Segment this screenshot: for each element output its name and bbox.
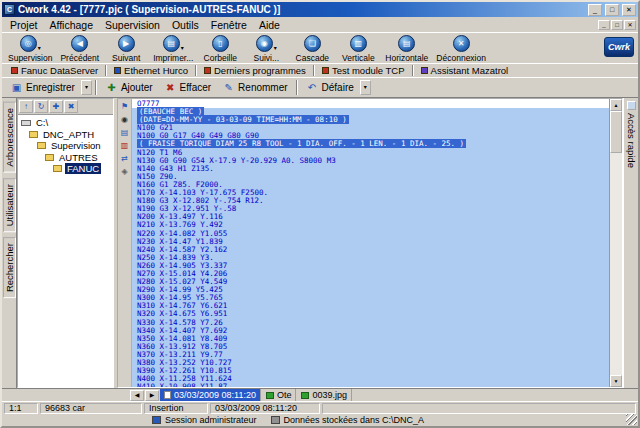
doc-tab-03-03-2009-08-11-20[interactable]: 03/03/2009 08:11:20 (160, 389, 261, 401)
menu-item-supervision[interactable]: Supervision (99, 18, 166, 32)
tab-scroll-left-button[interactable]: ◀ (130, 390, 144, 401)
new-folder-icon[interactable]: ✚ (49, 100, 63, 113)
find-icon[interactable]: ◉ (119, 114, 131, 125)
editor-vertical-scrollbar[interactable]: ▲ ▼ (609, 99, 622, 387)
edit-d-faire-button[interactable]: ↶Défaire (301, 79, 359, 96)
code-line: N140 G43 H1 Z135. (132, 165, 609, 173)
restore-button[interactable]: □ (605, 4, 619, 16)
folder-up-icon[interactable]: ↑ (19, 100, 33, 113)
tab-fanuc-dataserver[interactable]: Fanuc DataServer (6, 65, 103, 77)
tab-test-module-tcp[interactable]: Test module TCP (317, 65, 410, 77)
tab-ethernet-hurco[interactable]: Ethernet Hurco (109, 65, 193, 77)
dock-tab-strip: ArborescenceUtilisateurRechercher (2, 98, 17, 388)
edit-button-label: Ajouter (121, 82, 153, 93)
side-tab-utilisateur[interactable]: Utilisateur (3, 178, 16, 232)
footer-label: Session administrateur (165, 415, 257, 425)
side-tab-rechercher[interactable]: Rechercher (3, 237, 16, 298)
tab-derniers-programmes[interactable]: Derniers programmes (199, 65, 311, 77)
bookmark-icon[interactable]: ⚑ (119, 101, 131, 112)
app-icon: C (4, 4, 15, 15)
folder-icon (45, 154, 54, 161)
refresh-icon[interactable]: ↻ (34, 100, 48, 113)
delete-icon[interactable]: ✖ (64, 100, 78, 113)
print-icon[interactable]: ▤ (119, 127, 131, 138)
transfer-icon[interactable]: ⇄ (119, 153, 131, 164)
scrollbar-thumb[interactable] (610, 111, 622, 153)
dropdown-arrow-icon[interactable]: ▾ (181, 44, 184, 53)
tree-item-autres[interactable]: AUTRES (18, 152, 113, 164)
minimize-button[interactable]: _ (588, 4, 602, 16)
mdi-minimize-button[interactable]: _ (598, 20, 610, 30)
tab-scroll-right-button[interactable]: ▶ (145, 390, 159, 401)
mdi-restore-button[interactable]: □ (611, 20, 623, 30)
tab-assistant-mazatrol[interactable]: Assistant Mazatrol (416, 65, 514, 77)
separator (313, 65, 315, 76)
dropdown-arrow-icon[interactable]: ▾ (38, 44, 41, 53)
code-editor[interactable]: O7777(EBAUCHE BEC )(DATE=DD-MM-YY - 03-0… (132, 99, 609, 387)
toolbar-button-label: Précédent (60, 53, 99, 63)
ethernet-hurco-icon (114, 67, 121, 74)
menu-item-fen-tre[interactable]: Fenêtre (205, 18, 253, 32)
derniers-programmes-icon (204, 67, 211, 74)
erase-icon: ✖ (164, 82, 177, 93)
info-icon[interactable]: ◈ (119, 166, 131, 177)
folder-tree[interactable]: C:\DNC_APTHSupervisionAUTRESFANUC (18, 115, 113, 387)
edit-button-label: Défaire (322, 82, 354, 93)
toolbar-imprimer-button[interactable]: ▤▾Imprimer... (149, 34, 197, 63)
dropdown-arrow-icon[interactable]: ▾ (360, 80, 371, 95)
toolbar-supervision-button[interactable]: ◎▾Supervision (4, 34, 56, 63)
dropdown-arrow-icon[interactable]: ▾ (81, 80, 92, 95)
tree-item-fanuc[interactable]: FANUC (18, 163, 113, 175)
quick-access-tab[interactable]: Accès rapide (626, 113, 637, 168)
rename-icon: ✎ (222, 82, 235, 93)
tree-item-supervision[interactable]: Supervision (18, 140, 113, 152)
toolbar-d-connexion-button[interactable]: ✕Déconnexion (432, 34, 490, 63)
title-bar[interactable]: C Cwork 4.42 - [7777.pjc ( Supervision-A… (2, 2, 638, 17)
close-button[interactable]: ✕ (622, 4, 636, 16)
menu-item-projet[interactable]: Projet (4, 18, 43, 32)
doc-tab-label: Ote (277, 390, 292, 400)
quick-access-icon[interactable] (627, 101, 636, 110)
menu-item-affichage[interactable]: Affichage (43, 18, 99, 32)
toolbar-button-label: Déconnexion (436, 53, 486, 63)
machine-tab-bar: Fanuc DataServerEthernet HurcoDerniers p… (2, 63, 638, 77)
menu-item-aide[interactable]: Aide (253, 18, 286, 32)
status-cell-4: 03/03/2009 08:11:20 (210, 403, 320, 414)
resize-grip[interactable] (626, 414, 637, 425)
edit-effacer-button[interactable]: ✖Effacer (159, 79, 217, 96)
scroll-down-arrow-icon[interactable]: ▼ (610, 375, 622, 387)
doc-tab-0039-jpg[interactable]: 0039.jpg (297, 389, 352, 401)
editor-icon-strip: ⚑◉▤▥⇄◈ (118, 99, 132, 387)
editor-panel: ⚑◉▤▥⇄◈ O7777(EBAUCHE BEC )(DATE=DD-MM-YY… (117, 98, 623, 388)
toolbar-suivi-button[interactable]: ◉▾Suivi... (243, 34, 289, 63)
tree-item-label: AUTRES (57, 152, 100, 163)
doc-tab-ote[interactable]: Ote (262, 389, 297, 401)
doc-tab-label: 0039.jpg (312, 390, 347, 400)
assistant-mazatrol-icon (421, 67, 428, 74)
add-icon: ✚ (105, 82, 118, 93)
toolbar-suivant-button[interactable]: ▶Suivant (103, 34, 149, 63)
side-tab-arborescence[interactable]: Arborescence (3, 102, 16, 173)
edit-renommer-button[interactable]: ✎Renommer (217, 79, 292, 96)
code-line-text: ( FRAISE TORIQUE DIAM 25 R8 TOOL - 1 DIA… (137, 139, 466, 148)
compare-icon[interactable]: ▥ (119, 140, 131, 151)
main-toolbar: ◎▾Supervision◀Précédent▶Suivant▤▾Imprime… (2, 32, 638, 63)
edit-enregistrer-button[interactable]: ▣Enregistrer (5, 79, 80, 96)
menu-item-outils[interactable]: Outils (166, 18, 205, 32)
tree-item-label: DNC_APTH (41, 129, 96, 140)
scrollbar-track[interactable] (610, 111, 622, 375)
toolbar-cascade-button[interactable]: ❏Cascade (289, 34, 335, 63)
edit-ajouter-button[interactable]: ✚Ajouter (100, 79, 158, 96)
scroll-up-arrow-icon[interactable]: ▲ (610, 99, 622, 111)
toolbar-corbeille-button[interactable]: ▯Corbeille (197, 34, 243, 63)
toolbar-verticale-button[interactable]: ▥Verticale (335, 34, 381, 63)
tree-item-c[interactable]: C:\ (18, 117, 113, 129)
tree-item-dnc-apth[interactable]: DNC_APTH (18, 129, 113, 141)
mdi-close-button[interactable]: ✕ (624, 20, 636, 30)
folder-icon (29, 131, 38, 138)
undo-icon: ↶ (306, 82, 319, 93)
dropdown-arrow-icon[interactable]: ▾ (274, 44, 277, 53)
toolbar-horizontale-button[interactable]: ▤Horizontale (381, 34, 432, 63)
toolbar-pr-c-dent-button[interactable]: ◀Précédent (56, 34, 103, 63)
tree-item-label: C:\ (34, 117, 50, 128)
